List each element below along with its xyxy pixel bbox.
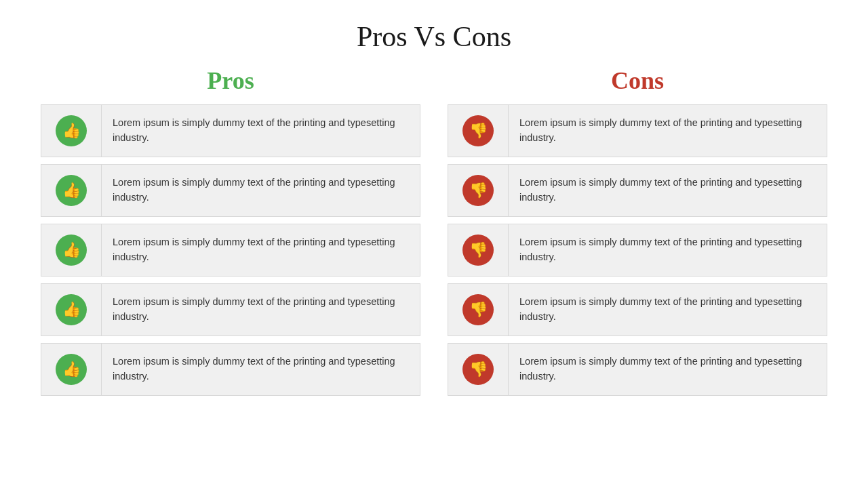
cons-item-text-3: Lorem ipsum is simply dummy text of the … bbox=[519, 235, 816, 265]
pros-thumbs-up-icon-5: 👍 bbox=[56, 354, 87, 385]
pros-items-list: 👍 Lorem ipsum is simply dummy text of th… bbox=[41, 104, 420, 396]
cons-items-list: 👎 Lorem ipsum is simply dummy text of th… bbox=[448, 104, 827, 396]
pros-text-box-1: Lorem ipsum is simply dummy text of the … bbox=[102, 104, 420, 157]
cons-icon-box-4: 👎 bbox=[448, 283, 509, 336]
pros-text-box-4: Lorem ipsum is simply dummy text of the … bbox=[102, 283, 420, 336]
pros-column: Pros 👍 Lorem ipsum is simply dummy text … bbox=[41, 66, 420, 396]
pros-item-1: 👍 Lorem ipsum is simply dummy text of th… bbox=[41, 104, 420, 157]
cons-text-box-3: Lorem ipsum is simply dummy text of the … bbox=[509, 224, 827, 277]
cons-column-title: Cons bbox=[611, 66, 664, 95]
cons-item-5: 👎 Lorem ipsum is simply dummy text of th… bbox=[448, 343, 827, 396]
pros-thumbs-up-icon-2: 👍 bbox=[56, 175, 87, 206]
pros-item-text-5: Lorem ipsum is simply dummy text of the … bbox=[113, 354, 409, 384]
cons-item-text-5: Lorem ipsum is simply dummy text of the … bbox=[519, 354, 816, 384]
cons-item-text-1: Lorem ipsum is simply dummy text of the … bbox=[519, 116, 816, 146]
cons-thumbs-down-icon-1: 👎 bbox=[462, 115, 494, 146]
cons-text-box-2: Lorem ipsum is simply dummy text of the … bbox=[509, 164, 827, 217]
pros-item-text-1: Lorem ipsum is simply dummy text of the … bbox=[113, 116, 409, 146]
cons-item-2: 👎 Lorem ipsum is simply dummy text of th… bbox=[448, 164, 827, 217]
cons-item-3: 👎 Lorem ipsum is simply dummy text of th… bbox=[448, 224, 827, 277]
pros-item-5: 👍 Lorem ipsum is simply dummy text of th… bbox=[41, 343, 420, 396]
pros-icon-box-5: 👍 bbox=[41, 343, 102, 396]
cons-thumbs-down-icon-3: 👎 bbox=[462, 235, 494, 266]
cons-text-box-1: Lorem ipsum is simply dummy text of the … bbox=[509, 104, 827, 157]
pros-icon-box-2: 👍 bbox=[41, 164, 102, 217]
pros-item-text-3: Lorem ipsum is simply dummy text of the … bbox=[113, 235, 409, 265]
pros-text-box-3: Lorem ipsum is simply dummy text of the … bbox=[102, 224, 420, 277]
pros-thumbs-up-icon-4: 👍 bbox=[56, 294, 87, 325]
pros-text-box-2: Lorem ipsum is simply dummy text of the … bbox=[102, 164, 420, 217]
pros-icon-box-4: 👍 bbox=[41, 283, 102, 336]
page-container: Pros Vs Cons Pros 👍 Lorem ipsum is simpl… bbox=[0, 0, 868, 488]
pros-column-title: Pros bbox=[207, 66, 254, 95]
cons-icon-box-1: 👎 bbox=[448, 104, 509, 157]
cons-column: Cons 👎 Lorem ipsum is simply dummy text … bbox=[448, 66, 827, 396]
pros-icon-box-3: 👍 bbox=[41, 224, 102, 277]
pros-thumbs-up-icon-3: 👍 bbox=[56, 235, 87, 266]
cons-icon-box-3: 👎 bbox=[448, 224, 509, 277]
cons-icon-box-5: 👎 bbox=[448, 343, 509, 396]
pros-thumbs-up-icon-1: 👍 bbox=[56, 115, 87, 146]
cons-text-box-4: Lorem ipsum is simply dummy text of the … bbox=[509, 283, 827, 336]
pros-item-text-2: Lorem ipsum is simply dummy text of the … bbox=[113, 176, 409, 205]
page-title: Pros Vs Cons bbox=[357, 20, 511, 53]
cons-item-text-2: Lorem ipsum is simply dummy text of the … bbox=[519, 176, 816, 205]
pros-item-3: 👍 Lorem ipsum is simply dummy text of th… bbox=[41, 224, 420, 277]
cons-item-text-4: Lorem ipsum is simply dummy text of the … bbox=[519, 295, 816, 325]
pros-text-box-5: Lorem ipsum is simply dummy text of the … bbox=[102, 343, 420, 396]
pros-icon-box-1: 👍 bbox=[41, 104, 102, 157]
cons-text-box-5: Lorem ipsum is simply dummy text of the … bbox=[509, 343, 827, 396]
pros-item-4: 👍 Lorem ipsum is simply dummy text of th… bbox=[41, 283, 420, 336]
cons-thumbs-down-icon-2: 👎 bbox=[462, 175, 494, 206]
pros-item-2: 👍 Lorem ipsum is simply dummy text of th… bbox=[41, 164, 420, 217]
pros-item-text-4: Lorem ipsum is simply dummy text of the … bbox=[113, 295, 409, 325]
cons-thumbs-down-icon-4: 👎 bbox=[462, 294, 494, 325]
cons-item-1: 👎 Lorem ipsum is simply dummy text of th… bbox=[448, 104, 827, 157]
columns-container: Pros 👍 Lorem ipsum is simply dummy text … bbox=[41, 66, 827, 396]
cons-icon-box-2: 👎 bbox=[448, 164, 509, 217]
cons-thumbs-down-icon-5: 👎 bbox=[462, 354, 494, 385]
cons-item-4: 👎 Lorem ipsum is simply dummy text of th… bbox=[448, 283, 827, 336]
